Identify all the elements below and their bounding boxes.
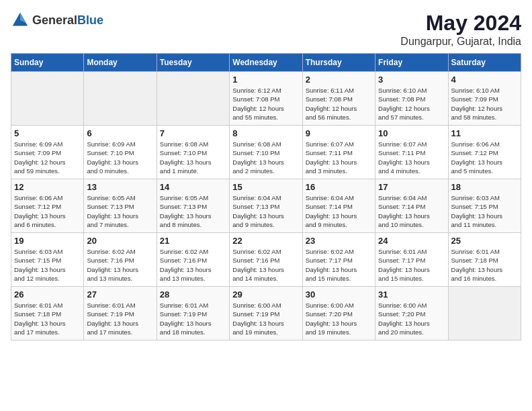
day-number: 4 (451, 75, 518, 85)
day-info: Sunrise: 6:00 AM Sunset: 7:20 PM Dayligh… (378, 301, 445, 336)
day-number: 29 (232, 289, 299, 300)
calendar-cell: 19Sunrise: 6:03 AM Sunset: 7:15 PM Dayli… (11, 233, 84, 287)
calendar-table: SundayMondayTuesdayWednesdayThursdayFrid… (11, 53, 521, 340)
calendar-cell: 30Sunrise: 6:00 AM Sunset: 7:20 PM Dayli… (302, 287, 375, 340)
calendar-cell: 28Sunrise: 6:01 AM Sunset: 7:19 PM Dayli… (157, 287, 229, 340)
day-info: Sunrise: 6:06 AM Sunset: 7:12 PM Dayligh… (451, 140, 518, 175)
day-number: 20 (87, 236, 153, 246)
logo-icon (11, 11, 30, 30)
day-info: Sunrise: 6:10 AM Sunset: 7:08 PM Dayligh… (378, 86, 445, 122)
day-number: 27 (87, 289, 153, 300)
title-area: May 2024 Dungarpur, Gujarat, India (400, 11, 521, 48)
week-row-1: 1Sunrise: 6:12 AM Sunset: 7:08 PM Daylig… (11, 72, 521, 126)
calendar-cell: 13Sunrise: 6:05 AM Sunset: 7:13 PM Dayli… (84, 179, 157, 233)
day-number: 30 (306, 289, 372, 300)
day-number: 3 (378, 75, 445, 85)
day-number: 6 (87, 128, 153, 138)
calendar-cell: 2Sunrise: 6:11 AM Sunset: 7:08 PM Daylig… (302, 72, 375, 126)
day-info: Sunrise: 6:00 AM Sunset: 7:19 PM Dayligh… (232, 301, 299, 336)
day-info: Sunrise: 6:07 AM Sunset: 7:11 PM Dayligh… (306, 140, 372, 175)
day-info: Sunrise: 6:02 AM Sunset: 7:16 PM Dayligh… (160, 247, 226, 283)
weekday-header-tuesday: Tuesday (157, 54, 229, 72)
day-info: Sunrise: 6:11 AM Sunset: 7:08 PM Dayligh… (306, 86, 372, 122)
day-info: Sunrise: 6:01 AM Sunset: 7:17 PM Dayligh… (378, 247, 445, 283)
weekday-header-saturday: Saturday (448, 54, 521, 72)
calendar-cell: 12Sunrise: 6:06 AM Sunset: 7:12 PM Dayli… (11, 179, 84, 233)
weekday-header-wednesday: Wednesday (230, 54, 302, 72)
calendar-cell: 29Sunrise: 6:00 AM Sunset: 7:19 PM Dayli… (230, 287, 302, 340)
day-info: Sunrise: 6:04 AM Sunset: 7:14 PM Dayligh… (378, 193, 445, 229)
day-info: Sunrise: 6:03 AM Sunset: 7:15 PM Dayligh… (451, 193, 518, 229)
calendar-cell: 21Sunrise: 6:02 AM Sunset: 7:16 PM Dayli… (157, 233, 229, 287)
day-info: Sunrise: 6:01 AM Sunset: 7:19 PM Dayligh… (160, 301, 226, 336)
calendar-cell: 24Sunrise: 6:01 AM Sunset: 7:17 PM Dayli… (375, 233, 448, 287)
weekday-header-row: SundayMondayTuesdayWednesdayThursdayFrid… (11, 54, 521, 72)
calendar-cell: 1Sunrise: 6:12 AM Sunset: 7:08 PM Daylig… (230, 72, 302, 126)
main-title: May 2024 (400, 11, 521, 36)
day-number: 7 (160, 128, 226, 138)
day-info: Sunrise: 6:08 AM Sunset: 7:10 PM Dayligh… (160, 140, 226, 175)
calendar-cell: 3Sunrise: 6:10 AM Sunset: 7:08 PM Daylig… (375, 72, 448, 126)
subtitle: Dungarpur, Gujarat, India (400, 36, 521, 48)
calendar-cell: 8Sunrise: 6:08 AM Sunset: 7:10 PM Daylig… (230, 126, 302, 179)
calendar-cell: 10Sunrise: 6:07 AM Sunset: 7:11 PM Dayli… (375, 126, 448, 179)
day-info: Sunrise: 6:01 AM Sunset: 7:18 PM Dayligh… (14, 301, 81, 336)
day-number: 8 (232, 128, 299, 138)
weekday-header-thursday: Thursday (302, 54, 375, 72)
day-info: Sunrise: 6:02 AM Sunset: 7:17 PM Dayligh… (306, 247, 372, 283)
week-row-5: 26Sunrise: 6:01 AM Sunset: 7:18 PM Dayli… (11, 287, 521, 340)
weekday-header-friday: Friday (375, 54, 448, 72)
day-info: Sunrise: 6:02 AM Sunset: 7:16 PM Dayligh… (87, 247, 153, 283)
day-number: 13 (87, 182, 153, 192)
calendar-cell: 31Sunrise: 6:00 AM Sunset: 7:20 PM Dayli… (375, 287, 448, 340)
day-info: Sunrise: 6:05 AM Sunset: 7:13 PM Dayligh… (87, 193, 153, 229)
calendar-cell (84, 72, 157, 126)
logo-blue-text: Blue (77, 13, 103, 27)
calendar-cell: 18Sunrise: 6:03 AM Sunset: 7:15 PM Dayli… (448, 179, 521, 233)
day-info: Sunrise: 6:06 AM Sunset: 7:12 PM Dayligh… (14, 193, 81, 229)
day-number: 12 (14, 182, 81, 192)
day-info: Sunrise: 6:07 AM Sunset: 7:11 PM Dayligh… (378, 140, 445, 175)
day-info: Sunrise: 6:05 AM Sunset: 7:13 PM Dayligh… (160, 193, 226, 229)
day-number: 19 (14, 236, 81, 246)
calendar-cell: 9Sunrise: 6:07 AM Sunset: 7:11 PM Daylig… (302, 126, 375, 179)
header: GeneralBlue May 2024 Dungarpur, Gujarat,… (11, 11, 521, 48)
weekday-header-sunday: Sunday (11, 54, 84, 72)
day-number: 31 (378, 289, 445, 300)
day-number: 18 (451, 182, 518, 192)
day-number: 26 (14, 289, 81, 300)
day-number: 28 (160, 289, 226, 300)
day-number: 15 (232, 182, 299, 192)
calendar-cell: 16Sunrise: 6:04 AM Sunset: 7:14 PM Dayli… (302, 179, 375, 233)
calendar-cell: 26Sunrise: 6:01 AM Sunset: 7:18 PM Dayli… (11, 287, 84, 340)
day-number: 11 (451, 128, 518, 138)
calendar-cell: 15Sunrise: 6:04 AM Sunset: 7:13 PM Dayli… (230, 179, 302, 233)
day-number: 22 (232, 236, 299, 246)
calendar-cell: 25Sunrise: 6:01 AM Sunset: 7:18 PM Dayli… (448, 233, 521, 287)
day-number: 24 (378, 236, 445, 246)
day-info: Sunrise: 6:12 AM Sunset: 7:08 PM Dayligh… (232, 86, 299, 122)
day-info: Sunrise: 6:04 AM Sunset: 7:14 PM Dayligh… (306, 193, 372, 229)
calendar-cell: 27Sunrise: 6:01 AM Sunset: 7:19 PM Dayli… (84, 287, 157, 340)
day-info: Sunrise: 6:00 AM Sunset: 7:20 PM Dayligh… (306, 301, 372, 336)
weekday-header-monday: Monday (84, 54, 157, 72)
calendar-cell: 23Sunrise: 6:02 AM Sunset: 7:17 PM Dayli… (302, 233, 375, 287)
day-info: Sunrise: 6:08 AM Sunset: 7:10 PM Dayligh… (232, 140, 299, 175)
calendar-cell: 14Sunrise: 6:05 AM Sunset: 7:13 PM Dayli… (157, 179, 229, 233)
week-row-2: 5Sunrise: 6:09 AM Sunset: 7:09 PM Daylig… (11, 126, 521, 179)
day-info: Sunrise: 6:01 AM Sunset: 7:19 PM Dayligh… (87, 301, 153, 336)
calendar-cell: 6Sunrise: 6:09 AM Sunset: 7:10 PM Daylig… (84, 126, 157, 179)
day-number: 5 (14, 128, 81, 138)
day-info: Sunrise: 6:10 AM Sunset: 7:09 PM Dayligh… (451, 86, 518, 122)
day-number: 17 (378, 182, 445, 192)
day-number: 10 (378, 128, 445, 138)
logo-general-text: General (32, 13, 77, 27)
day-info: Sunrise: 6:09 AM Sunset: 7:09 PM Dayligh… (14, 140, 81, 175)
day-number: 16 (306, 182, 372, 192)
calendar-cell (448, 287, 521, 340)
day-info: Sunrise: 6:01 AM Sunset: 7:18 PM Dayligh… (451, 247, 518, 283)
day-number: 23 (306, 236, 372, 246)
calendar-cell (11, 72, 84, 126)
calendar-cell: 22Sunrise: 6:02 AM Sunset: 7:16 PM Dayli… (230, 233, 302, 287)
calendar-cell: 4Sunrise: 6:10 AM Sunset: 7:09 PM Daylig… (448, 72, 521, 126)
